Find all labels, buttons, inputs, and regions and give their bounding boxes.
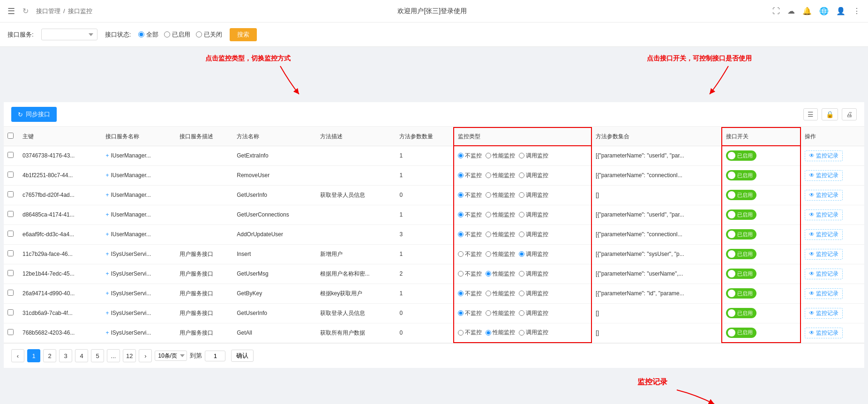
bell-icon[interactable]: 🔔 <box>802 7 812 15</box>
breadcrumb-item-1[interactable]: 接口管理 <box>36 7 60 15</box>
globe-icon[interactable]: 🌐 <box>819 7 829 15</box>
monitor-record-button[interactable]: 👁 监控记录 <box>805 249 843 260</box>
breadcrumb-item-2[interactable]: 接口监控 <box>68 7 92 15</box>
interface-toggle[interactable]: 已启用 <box>726 308 756 318</box>
interface-toggle[interactable]: 已启用 <box>726 288 756 299</box>
monitor-record-button[interactable]: 👁 监控记录 <box>805 170 843 181</box>
monitor-perf[interactable]: 性能监控 <box>486 309 515 317</box>
monitor-record-button[interactable]: 👁 监控记录 <box>805 150 843 161</box>
monitor-perf[interactable]: 性能监控 <box>486 211 515 219</box>
interface-toggle[interactable]: 已启用 <box>726 249 756 259</box>
user-icon[interactable]: 👤 <box>836 7 846 15</box>
goto-confirm-button[interactable]: 确认 <box>231 350 254 362</box>
monitor-not[interactable]: 不监控 <box>458 329 482 337</box>
select-all-checkbox[interactable] <box>7 133 14 139</box>
row-checkbox[interactable] <box>7 191 14 197</box>
goto-input[interactable] <box>205 351 225 361</box>
expand-icon[interactable]: + <box>105 192 109 198</box>
monitor-call[interactable]: 调用监控 <box>519 211 548 219</box>
monitor-perf[interactable]: 性能监控 <box>486 231 515 239</box>
column-settings-button[interactable]: ☰ <box>803 108 818 120</box>
status-enabled[interactable]: 已启用 <box>164 30 190 39</box>
monitor-not[interactable]: 不监控 <box>458 231 482 239</box>
monitor-record-button[interactable]: 👁 监控记录 <box>805 209 843 220</box>
row-checkbox[interactable] <box>7 309 14 315</box>
row-checkbox[interactable] <box>7 250 14 256</box>
monitor-call[interactable]: 调用监控 <box>519 231 548 239</box>
monitor-call[interactable]: 调用监控 <box>519 250 548 258</box>
interface-toggle[interactable]: 已启用 <box>726 150 756 161</box>
menu-icon[interactable]: ☰ <box>7 6 15 16</box>
page-3-button[interactable]: 3 <box>59 349 72 362</box>
page-12-button[interactable]: 12 <box>123 349 136 362</box>
interface-toggle[interactable]: 已启用 <box>726 328 756 338</box>
monitor-perf[interactable]: 性能监控 <box>486 172 515 180</box>
monitor-not[interactable]: 不监控 <box>458 290 482 298</box>
row-checkbox[interactable] <box>7 290 14 296</box>
page-2-button[interactable]: 2 <box>43 349 56 362</box>
row-checkbox[interactable] <box>7 211 14 217</box>
row-checkbox[interactable] <box>7 231 14 237</box>
search-button[interactable]: 搜索 <box>230 28 257 41</box>
expand-icon[interactable]: + <box>105 211 109 218</box>
expand-icon[interactable]: + <box>105 172 109 179</box>
expand-icon[interactable]: + <box>105 251 109 257</box>
expand-icon[interactable]: + <box>105 329 109 336</box>
page-5-button[interactable]: 5 <box>91 349 104 362</box>
status-disabled[interactable]: 已关闭 <box>196 30 222 39</box>
fullscreen-icon[interactable]: ⛶ <box>772 7 780 15</box>
row-checkbox[interactable] <box>7 270 14 276</box>
monitor-perf[interactable]: 性能监控 <box>486 191 515 199</box>
monitor-perf[interactable]: 性能监控 <box>486 270 515 278</box>
status-all[interactable]: 全部 <box>138 30 158 39</box>
next-page-button[interactable]: › <box>139 349 152 362</box>
monitor-not[interactable]: 不监控 <box>458 191 482 199</box>
prev-page-button[interactable]: ‹ <box>11 349 24 362</box>
more-icon[interactable]: ⋮ <box>853 7 861 15</box>
monitor-call[interactable]: 调用监控 <box>519 172 548 180</box>
monitor-perf[interactable]: 性能监控 <box>486 250 515 258</box>
monitor-record-button[interactable]: 👁 监控记录 <box>805 308 843 319</box>
page-size-select[interactable]: 10条/页 20条/页 50条/页 <box>155 351 187 361</box>
monitor-call[interactable]: 调用监控 <box>519 191 548 199</box>
interface-toggle[interactable]: 已启用 <box>726 190 756 200</box>
cloud-icon[interactable]: ☁ <box>787 7 795 15</box>
monitor-call[interactable]: 调用监控 <box>519 270 548 278</box>
interface-toggle[interactable]: 已启用 <box>726 209 756 220</box>
monitor-record-button[interactable]: 👁 监控记录 <box>805 190 843 201</box>
refresh-icon[interactable]: ↻ <box>22 7 29 15</box>
print-button[interactable]: 🖨 <box>842 108 857 120</box>
monitor-not[interactable]: 不监控 <box>458 309 482 317</box>
monitor-perf[interactable]: 性能监控 <box>486 152 515 160</box>
monitor-not[interactable]: 不监控 <box>458 152 482 160</box>
expand-icon[interactable]: + <box>105 270 109 277</box>
interface-toggle[interactable]: 已启用 <box>726 170 756 180</box>
monitor-record-button[interactable]: 👁 监控记录 <box>805 288 843 299</box>
monitor-record-button[interactable]: 👁 监控记录 <box>805 269 843 279</box>
expand-icon[interactable]: + <box>105 310 109 316</box>
sync-button[interactable]: ↻ 同步接口 <box>11 107 57 122</box>
service-select[interactable] <box>41 29 97 40</box>
row-checkbox[interactable] <box>7 172 14 178</box>
lock-button[interactable]: 🔒 <box>822 108 838 120</box>
monitor-not[interactable]: 不监控 <box>458 172 482 180</box>
page-1-button[interactable]: 1 <box>27 349 40 362</box>
page-4-button[interactable]: 4 <box>75 349 88 362</box>
monitor-not[interactable]: 不监控 <box>458 270 482 278</box>
monitor-perf[interactable]: 性能监控 <box>486 329 515 337</box>
row-checkbox[interactable] <box>7 329 14 335</box>
monitor-call[interactable]: 调用监控 <box>519 152 548 160</box>
interface-toggle[interactable]: 已启用 <box>726 229 756 239</box>
expand-icon[interactable]: + <box>105 290 109 297</box>
monitor-record-button[interactable]: 👁 监控记录 <box>805 229 843 240</box>
monitor-perf[interactable]: 性能监控 <box>486 290 515 298</box>
monitor-record-button[interactable]: 👁 监控记录 <box>805 328 843 338</box>
monitor-call[interactable]: 调用监控 <box>519 290 548 298</box>
monitor-not[interactable]: 不监控 <box>458 250 482 258</box>
expand-icon[interactable]: + <box>105 152 109 159</box>
monitor-call[interactable]: 调用监控 <box>519 329 548 337</box>
monitor-call[interactable]: 调用监控 <box>519 309 548 317</box>
expand-icon[interactable]: + <box>105 231 109 238</box>
row-checkbox[interactable] <box>7 152 14 158</box>
interface-toggle[interactable]: 已启用 <box>726 269 756 279</box>
